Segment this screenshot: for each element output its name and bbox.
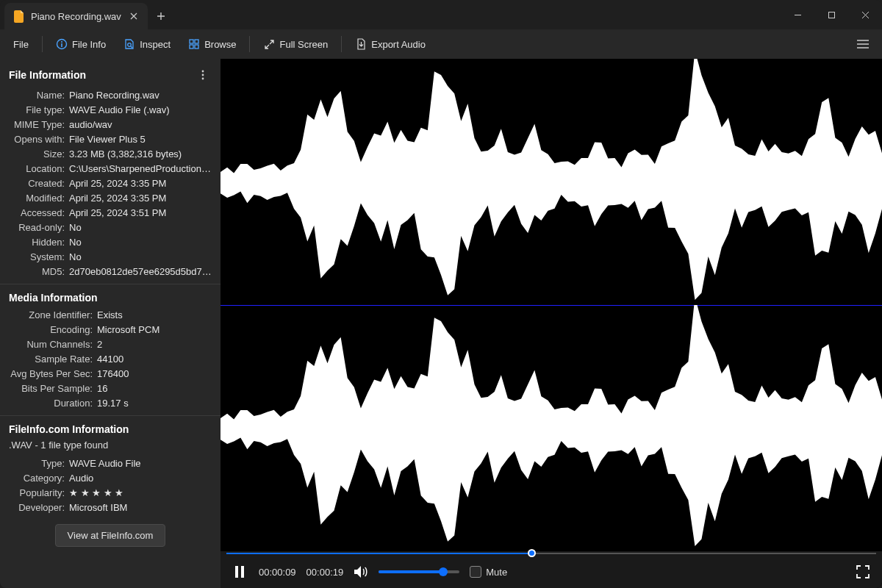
playback-controls: 00:00:09 00:00:19 Mute <box>220 556 882 588</box>
playback-progress[interactable] <box>220 551 882 556</box>
fileinfo-com-section: FileInfo.com Information .WAV - 1 file t… <box>0 415 220 554</box>
label-created: Created: <box>9 176 69 191</box>
svg-rect-3 <box>61 43 62 47</box>
svg-point-11 <box>202 78 204 80</box>
separator <box>42 36 43 52</box>
svg-rect-0 <box>828 12 834 18</box>
toolbar: File File Info Inspect Browse Full Scree… <box>0 29 882 59</box>
value-samplerate: 44100 <box>97 352 212 367</box>
label-developer: Developer: <box>9 501 69 515</box>
view-at-fileinfo-button[interactable]: View at FileInfo.com <box>55 524 166 547</box>
value-location: C:\Users\SharpenedProductions\Do... <box>69 162 212 176</box>
export-icon <box>355 38 367 50</box>
svg-point-4 <box>128 43 132 47</box>
label-hidden: Hidden: <box>9 235 69 250</box>
menu-button[interactable] <box>850 32 876 56</box>
svg-rect-6 <box>195 40 198 43</box>
mute-checkbox[interactable]: Mute <box>470 566 507 578</box>
tab-close-button[interactable] <box>127 10 140 23</box>
inspect-icon <box>123 38 135 50</box>
info-icon <box>56 38 68 50</box>
label-size: Size: <box>9 147 69 162</box>
label-category: Category: <box>9 471 69 486</box>
label-modified: Modified: <box>9 191 69 206</box>
section-title: File Information <box>9 69 86 81</box>
svg-rect-8 <box>195 45 198 49</box>
window-controls <box>781 0 882 29</box>
titlebar: Piano Recording.wav <box>0 0 882 29</box>
separator <box>249 36 250 52</box>
file-tab[interactable]: Piano Recording.wav <box>4 3 148 29</box>
label-opens: Opens with: <box>9 132 69 147</box>
section-title: Media Information <box>9 292 98 304</box>
file-icon <box>13 10 25 22</box>
separator <box>341 36 342 52</box>
label-popularity: Popularity: <box>9 486 69 501</box>
label-location: Location: <box>9 162 69 176</box>
value-accessed: April 25, 2024 3:51 PM <box>69 206 212 220</box>
value-hidden: No <box>69 235 212 250</box>
time-current: 00:00:09 <box>259 567 296 578</box>
value-channels: 2 <box>97 337 212 352</box>
waveform-area[interactable] <box>220 59 882 551</box>
value-encoding: Microsoft PCM <box>97 323 212 337</box>
label-accessed: Accessed: <box>9 206 69 220</box>
svg-rect-5 <box>190 40 193 43</box>
value-popularity: ★ ★ ★ ★ ★ <box>69 486 212 501</box>
maximize-button[interactable] <box>814 0 848 29</box>
value-md5: 2d70eb0812de57ee6295d5bd73017e19 <box>69 265 212 279</box>
mute-label: Mute <box>486 567 507 578</box>
volume-slider[interactable] <box>379 570 459 573</box>
fullscreen-icon <box>263 38 275 50</box>
fullscreen-button[interactable]: Full Screen <box>256 34 335 54</box>
fileinfo-subtext: .WAV - 1 file type found <box>9 440 212 451</box>
label-readonly: Read-only: <box>9 220 69 235</box>
value-zone: Exists <box>97 308 212 323</box>
label-type: Type: <box>9 456 69 471</box>
more-options-button[interactable] <box>194 66 212 84</box>
browse-button[interactable]: Browse <box>181 34 243 54</box>
inspect-button[interactable]: Inspect <box>116 34 178 54</box>
file-info-button[interactable]: File Info <box>49 34 113 54</box>
export-audio-button[interactable]: Export Audio <box>348 34 433 54</box>
minimize-button[interactable] <box>781 0 814 29</box>
browse-icon <box>188 38 200 50</box>
value-bitspersample: 16 <box>97 381 212 396</box>
time-total: 00:00:19 <box>306 567 344 578</box>
label-filetype: File type: <box>9 103 69 118</box>
value-system: No <box>69 250 212 265</box>
value-modified: April 25, 2024 3:35 PM <box>69 191 212 206</box>
value-opens: File Viewer Plus 5 <box>69 132 212 147</box>
value-readonly: No <box>69 220 212 235</box>
tab-title: Piano Recording.wav <box>31 11 121 22</box>
label-channels: Num Channels: <box>9 337 97 352</box>
label-duration: Duration: <box>9 396 97 411</box>
value-type: WAVE Audio File <box>69 456 212 471</box>
label-name: Name: <box>9 88 69 103</box>
value-avgbytes: 176400 <box>97 367 212 381</box>
new-tab-button[interactable] <box>148 3 174 29</box>
svg-rect-14 <box>235 566 238 578</box>
volume-icon[interactable] <box>354 564 368 579</box>
file-info-section: File Information Name:Piano Recording.wa… <box>0 59 220 284</box>
section-title: FileInfo.com Information <box>9 423 129 435</box>
checkbox-icon <box>470 566 481 578</box>
label-zone: Zone Identifier: <box>9 308 97 323</box>
value-name: Piano Recording.wav <box>69 88 212 103</box>
waveform-left-channel <box>220 59 882 305</box>
svg-point-2 <box>61 41 62 43</box>
value-size: 3.23 MB (3,382,316 bytes) <box>69 147 212 162</box>
fullscreen-toggle-button[interactable] <box>854 563 872 581</box>
svg-rect-15 <box>241 566 244 578</box>
label-encoding: Encoding: <box>9 323 97 337</box>
file-menu[interactable]: File <box>6 35 36 54</box>
pause-button[interactable] <box>231 563 248 581</box>
value-duration: 19.17 s <box>97 396 212 411</box>
value-category: Audio <box>69 471 212 486</box>
close-window-button[interactable] <box>848 0 882 29</box>
value-developer: Microsoft IBM <box>69 501 212 515</box>
value-created: April 25, 2024 3:35 PM <box>69 176 212 191</box>
label-mime: MIME Type: <box>9 118 69 132</box>
media-info-section: Media Information Zone Identifier:Exists… <box>0 284 220 415</box>
value-filetype: WAVE Audio File (.wav) <box>69 103 212 118</box>
